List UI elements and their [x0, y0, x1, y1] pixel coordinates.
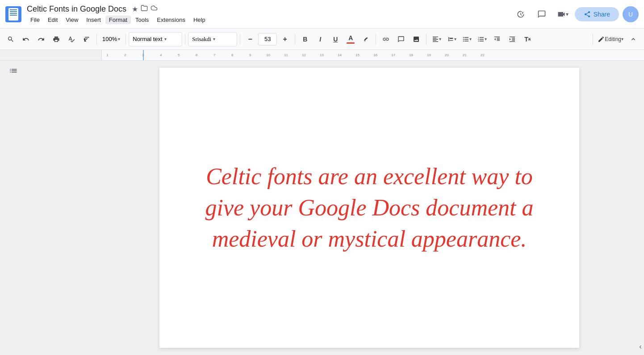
svg-rect-22	[143, 50, 144, 60]
svg-text:20: 20	[445, 53, 449, 57]
font-size-value: 53	[264, 36, 271, 42]
document-page: Celtic fonts are an excellent way to giv…	[159, 68, 579, 348]
main-area: Celtic fonts are an excellent way to giv…	[0, 61, 644, 355]
print-button[interactable]	[49, 32, 63, 46]
zoom-chevron: ▾	[118, 37, 120, 41]
document-title-row: Celtic Fonts in Google Docs ★	[27, 4, 511, 14]
svg-text:1: 1	[106, 53, 109, 57]
ruler: 1 2 3 4 5 6 7 8 9 10 11 12 13 14 15 16 1…	[0, 50, 644, 61]
svg-text:16: 16	[373, 53, 377, 57]
align-button[interactable]: ▾	[429, 32, 443, 46]
line-spacing-button[interactable]: ▾	[444, 32, 459, 46]
font-selector[interactable]: Srisakdi ▾	[188, 32, 237, 46]
bullets-button[interactable]: ▾	[460, 32, 474, 46]
link-button[interactable]	[379, 32, 393, 46]
font-color-indicator	[347, 42, 355, 44]
title-bar: Celtic Fonts in Google Docs ★ File Edit …	[0, 0, 644, 29]
menu-help[interactable]: Help	[190, 16, 209, 24]
font-size-input[interactable]: 53	[258, 33, 277, 45]
svg-text:22: 22	[481, 53, 485, 57]
share-label: Share	[594, 11, 610, 18]
menu-file[interactable]: File	[27, 16, 43, 24]
folder-icon[interactable]	[141, 4, 148, 13]
svg-text:12: 12	[302, 53, 306, 57]
sidebar-right	[637, 61, 644, 355]
text-style-selector[interactable]: Normal text ▾	[129, 32, 182, 46]
bold-button[interactable]: B	[298, 32, 312, 46]
svg-text:7: 7	[213, 53, 216, 57]
document-content[interactable]: Celtic fonts are an excellent way to giv…	[204, 161, 535, 255]
separator-5	[295, 34, 295, 45]
undo-button[interactable]	[19, 32, 33, 46]
editing-chevron: ▾	[621, 37, 623, 41]
menu-tools[interactable]: Tools	[132, 16, 152, 24]
svg-text:11: 11	[284, 53, 288, 57]
svg-text:5: 5	[178, 53, 180, 57]
separator-2	[125, 34, 126, 45]
svg-text:9: 9	[249, 53, 251, 57]
increase-indent-button[interactable]	[505, 32, 519, 46]
svg-text:2: 2	[124, 53, 126, 57]
menu-view[interactable]: View	[62, 16, 82, 24]
insert-image-button[interactable]	[409, 32, 423, 46]
paint-format-button[interactable]	[79, 32, 94, 46]
svg-text:21: 21	[463, 53, 467, 57]
outline-icon[interactable]	[9, 68, 18, 79]
menu-edit[interactable]: Edit	[44, 16, 61, 24]
separator-right	[593, 34, 593, 45]
separator-4	[240, 34, 240, 45]
spellcheck-button[interactable]	[64, 32, 79, 46]
collapse-toolbar-button[interactable]	[626, 32, 640, 46]
font-color-button[interactable]: A	[343, 32, 358, 46]
svg-text:4: 4	[160, 53, 162, 57]
redo-button[interactable]	[34, 32, 48, 46]
menu-format[interactable]: Format	[105, 16, 131, 24]
svg-text:10: 10	[266, 53, 270, 57]
font-size-decrease[interactable]: −	[243, 32, 257, 46]
ruler-ticks: 1 2 3 4 5 6 7 8 9 10 11 12 13 14 15 16 1…	[102, 50, 644, 60]
separator-1	[96, 34, 97, 45]
font-size-increase[interactable]: +	[278, 32, 292, 46]
title-icons: ★	[132, 4, 158, 13]
comments-button[interactable]	[533, 5, 551, 23]
sidebar-left	[0, 61, 102, 355]
document-area[interactable]: Celtic fonts are an excellent way to giv…	[102, 61, 637, 355]
svg-text:15: 15	[355, 53, 360, 57]
collapse-panel-button[interactable]	[637, 344, 644, 351]
italic-button[interactable]: I	[313, 32, 327, 46]
editing-label: Editing	[605, 36, 621, 42]
menu-insert[interactable]: Insert	[83, 16, 105, 24]
menu-extensions[interactable]: Extensions	[153, 16, 189, 24]
svg-text:19: 19	[427, 53, 431, 57]
share-button[interactable]: Share	[575, 7, 619, 21]
svg-text:13: 13	[320, 53, 324, 57]
separator-3	[185, 34, 185, 45]
numbered-list-button[interactable]: ▾	[475, 32, 489, 46]
highlight-button[interactable]	[359, 32, 373, 46]
clear-formatting-button[interactable]: Tx	[520, 32, 535, 46]
svg-text:17: 17	[391, 53, 395, 57]
font-chevron: ▾	[213, 37, 215, 41]
user-avatar[interactable]: U	[623, 6, 639, 22]
document-text: Celtic fonts are an excellent way to giv…	[205, 164, 533, 252]
font-size-controls: − 53 +	[243, 32, 292, 46]
cloud-icon[interactable]	[151, 4, 158, 13]
underline-button[interactable]: U	[328, 32, 343, 46]
ruler-white-area: 1 2 3 4 5 6 7 8 9 10 11 12 13 14 15 16 1…	[102, 50, 644, 60]
search-button[interactable]	[4, 32, 18, 46]
decrease-indent-button[interactable]	[490, 32, 504, 46]
svg-text:14: 14	[338, 53, 342, 57]
menu-bar: File Edit View Insert Format Tools Exten…	[27, 16, 511, 24]
meet-button[interactable]: ▾	[554, 5, 571, 23]
text-style-value: Normal text	[133, 36, 162, 42]
add-comment-button[interactable]	[394, 32, 408, 46]
editing-mode-button[interactable]: Editing ▾	[596, 32, 625, 46]
history-button[interactable]	[511, 5, 529, 23]
zoom-selector[interactable]: 100% ▾	[100, 32, 123, 46]
separator-7	[426, 34, 427, 45]
svg-text:8: 8	[231, 53, 234, 57]
document-title[interactable]: Celtic Fonts in Google Docs	[27, 4, 126, 14]
toolbar-right-group: Editing ▾	[591, 32, 640, 46]
title-actions: ▾ Share U	[511, 5, 639, 23]
star-icon[interactable]: ★	[132, 5, 138, 13]
